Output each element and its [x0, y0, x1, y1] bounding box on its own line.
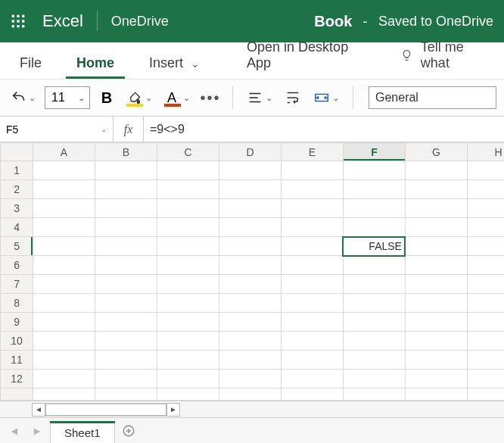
cell-F7[interactable]: [343, 275, 405, 294]
cell-D1[interactable]: [219, 161, 282, 180]
cell-B3[interactable]: [95, 199, 157, 218]
column-header-G[interactable]: G: [405, 143, 467, 161]
row-header-8[interactable]: 8: [1, 294, 33, 313]
cell-A11[interactable]: [33, 351, 95, 370]
cell-E11[interactable]: [281, 351, 343, 370]
row-header-1[interactable]: 1: [1, 161, 33, 180]
cell-G9[interactable]: [405, 313, 467, 332]
column-header-A[interactable]: A: [33, 143, 95, 161]
chevron-down-icon[interactable]: ⌄: [266, 93, 272, 103]
cell-D8[interactable]: [219, 294, 282, 313]
row-header-9[interactable]: 9: [1, 313, 33, 332]
cell-B11[interactable]: [95, 351, 157, 370]
cell-D7[interactable]: [219, 275, 282, 294]
cell-G3[interactable]: [405, 199, 467, 218]
cell-C10[interactable]: [157, 332, 219, 351]
cell-G10[interactable]: [405, 332, 467, 351]
cell-A7[interactable]: [33, 275, 95, 294]
cell-F6[interactable]: [343, 256, 405, 275]
cell-C2[interactable]: [157, 180, 219, 199]
scroll-left-button[interactable]: ◄: [32, 403, 45, 416]
cell-F12[interactable]: [343, 370, 405, 388]
cell-D13[interactable]: [219, 388, 282, 401]
cell-E10[interactable]: [281, 332, 343, 351]
cell-F1[interactable]: [343, 161, 405, 180]
column-header-E[interactable]: E: [281, 143, 343, 161]
cell-F3[interactable]: [343, 199, 405, 218]
cell-B2[interactable]: [95, 180, 157, 199]
row-header-13[interactable]: [1, 388, 33, 401]
row-header-7[interactable]: 7: [1, 275, 33, 294]
cell-H11[interactable]: [467, 351, 504, 370]
cell-E7[interactable]: [281, 275, 343, 294]
tab-home[interactable]: Home: [66, 48, 125, 79]
cell-B10[interactable]: [95, 332, 157, 351]
cell-H12[interactable]: [467, 370, 504, 388]
cell-G13[interactable]: [405, 388, 467, 401]
tell-me-search[interactable]: Tell me what: [397, 32, 495, 79]
cell-C6[interactable]: [157, 256, 219, 275]
cell-D11[interactable]: [219, 351, 282, 370]
undo-button[interactable]: ⌄: [8, 85, 39, 111]
cell-A3[interactable]: [33, 199, 95, 218]
cell-D12[interactable]: [219, 370, 282, 388]
cell-F9[interactable]: [343, 313, 405, 332]
cell-C5[interactable]: [157, 237, 219, 256]
cell-H1[interactable]: [467, 161, 504, 180]
horizontal-scrollbar[interactable]: ◄ ►: [0, 401, 504, 417]
cell-A6[interactable]: [33, 256, 95, 275]
cell-H5[interactable]: [467, 237, 504, 256]
cell-G12[interactable]: [405, 370, 467, 388]
cell-A4[interactable]: [33, 218, 95, 237]
cell-A13[interactable]: [33, 388, 95, 401]
cell-F11[interactable]: [343, 351, 405, 370]
cell-E2[interactable]: [281, 180, 343, 199]
cell-H13[interactable]: [467, 388, 504, 401]
cell-F13[interactable]: [343, 388, 405, 401]
cell-F10[interactable]: [343, 332, 405, 351]
cell-C1[interactable]: [157, 161, 219, 180]
cell-D10[interactable]: [219, 332, 282, 351]
cell-E12[interactable]: [281, 370, 343, 388]
scroll-track[interactable]: [45, 403, 166, 416]
sheet-nav-next[interactable]: ►: [27, 421, 47, 441]
chevron-down-icon[interactable]: ⌄: [29, 93, 36, 103]
cell-G6[interactable]: [405, 256, 467, 275]
cell-E4[interactable]: [281, 218, 343, 237]
cell-B9[interactable]: [95, 313, 157, 332]
cell-H2[interactable]: [467, 180, 504, 199]
cell-B13[interactable]: [95, 388, 157, 401]
cell-A1[interactable]: [33, 161, 95, 180]
cell-A12[interactable]: [33, 370, 95, 388]
select-all-corner[interactable]: [1, 143, 33, 161]
cell-B8[interactable]: [95, 294, 157, 313]
spreadsheet-grid[interactable]: ABCDEFGH12345FALSE6789101112: [0, 142, 504, 401]
cell-D3[interactable]: [219, 199, 282, 218]
cell-A8[interactable]: [33, 294, 95, 313]
cell-C11[interactable]: [157, 351, 219, 370]
fill-color-button[interactable]: ⌄: [123, 85, 155, 111]
cell-C4[interactable]: [157, 218, 219, 237]
cell-E3[interactable]: [281, 199, 343, 218]
cell-H7[interactable]: [467, 275, 504, 294]
cell-G1[interactable]: [405, 161, 467, 180]
cell-H9[interactable]: [467, 313, 504, 332]
cell-C8[interactable]: [157, 294, 219, 313]
cell-D6[interactable]: [219, 256, 282, 275]
document-name[interactable]: Book: [314, 13, 352, 30]
cell-A9[interactable]: [33, 313, 95, 332]
cell-G7[interactable]: [405, 275, 467, 294]
cell-A2[interactable]: [33, 180, 95, 199]
cell-H8[interactable]: [467, 294, 504, 313]
row-header-6[interactable]: 6: [1, 256, 33, 275]
cell-G2[interactable]: [405, 180, 467, 199]
cell-G5[interactable]: [405, 237, 467, 256]
cell-B6[interactable]: [95, 256, 157, 275]
more-options-button[interactable]: •••: [199, 85, 222, 111]
column-header-B[interactable]: B: [95, 143, 157, 161]
cell-D4[interactable]: [219, 218, 282, 237]
number-format-select[interactable]: General: [369, 86, 496, 109]
scroll-right-button[interactable]: ►: [166, 403, 180, 416]
cell-F4[interactable]: [343, 218, 405, 237]
chevron-down-icon[interactable]: ⌄: [332, 93, 339, 103]
